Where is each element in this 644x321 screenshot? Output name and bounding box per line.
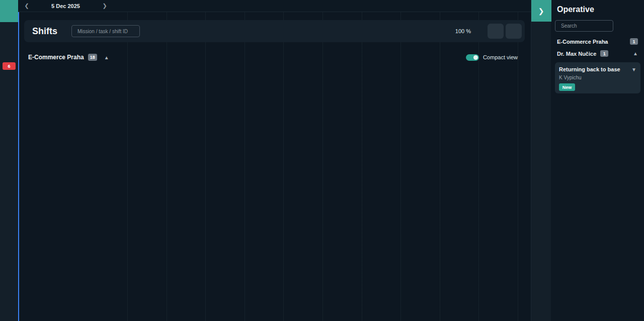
- folder-button[interactable]: [488, 24, 504, 39]
- task-card[interactable]: Returning back to base ▼ K Vypichu New: [555, 62, 640, 93]
- task-card-subtitle: K Vypichu: [559, 75, 636, 80]
- task-card-title: Returning back to base: [559, 66, 620, 72]
- group-header: E-Commerce Praha 18 ▲ Compact view: [24, 51, 525, 63]
- operative-panel: Operative E-Commerce Praha 1 Dr. Max Nuč…: [551, 0, 644, 321]
- expand-panel-button[interactable]: ❯: [531, 0, 551, 22]
- theme-toggle-icon[interactable]: [0, 302, 18, 317]
- logout-icon[interactable]: [0, 36, 18, 51]
- panel-title: Operative: [557, 5, 594, 14]
- compact-view-toggle[interactable]: [466, 54, 479, 61]
- time-axis: [113, 0, 531, 12]
- fit-screen-button[interactable]: [506, 24, 522, 39]
- operative-group-name: E-Commerce Praha: [557, 39, 608, 45]
- chevron-up-icon[interactable]: ▲: [633, 51, 638, 56]
- shift-search[interactable]: [71, 25, 140, 37]
- operative-search[interactable]: [555, 20, 613, 32]
- filter-icon[interactable]: [143, 26, 154, 37]
- filter-icon[interactable]: [616, 21, 627, 32]
- collapse-icon[interactable]: [630, 21, 640, 32]
- timeline-panel: Shifts 100 % E-Commerce Praha 18 ▲ Compa…: [18, 12, 531, 321]
- collapse-rows-icon[interactable]: [157, 26, 168, 37]
- right-icon-rail: ❯: [531, 0, 551, 321]
- chevron-up-icon[interactable]: ▲: [104, 55, 109, 60]
- operative-subgroup[interactable]: Dr. Max Nučice 1 ▲: [557, 50, 638, 57]
- group-name: E-Commerce Praha: [28, 54, 84, 61]
- page-title: Shifts: [32, 26, 57, 37]
- current-date: 5 Dec 2025: [51, 3, 80, 9]
- next-day-button[interactable]: ❯: [101, 3, 108, 9]
- group-count-badge: 18: [88, 54, 97, 61]
- operative-search-input[interactable]: [561, 23, 604, 29]
- shifts-toolbar: Shifts 100 %: [24, 20, 525, 42]
- app-logo[interactable]: [0, 0, 18, 22]
- compact-view-control: Compact view: [466, 54, 518, 61]
- operative-group[interactable]: E-Commerce Praha 1: [557, 38, 638, 45]
- zoom-level: 100 %: [455, 28, 471, 34]
- compact-view-label: Compact view: [483, 54, 518, 60]
- search-input[interactable]: [77, 29, 128, 34]
- operative-group-count: 1: [630, 38, 638, 45]
- prev-day-button[interactable]: ❮: [23, 3, 30, 9]
- left-sidebar: 6: [0, 0, 18, 321]
- operative-subgroup-name: Dr. Max Nučice: [557, 51, 596, 57]
- operative-subgroup-count: 1: [600, 50, 608, 57]
- date-navigator: ❮ 5 Dec 2025 ❯: [18, 0, 113, 12]
- current-time-line: [18, 12, 19, 321]
- toolbar-buttons: [488, 24, 522, 39]
- notification-badge[interactable]: 6: [3, 62, 16, 70]
- chevron-down-icon[interactable]: ▼: [631, 67, 636, 72]
- task-status-badge: New: [559, 83, 575, 91]
- zoom-controls: 100 %: [451, 28, 475, 34]
